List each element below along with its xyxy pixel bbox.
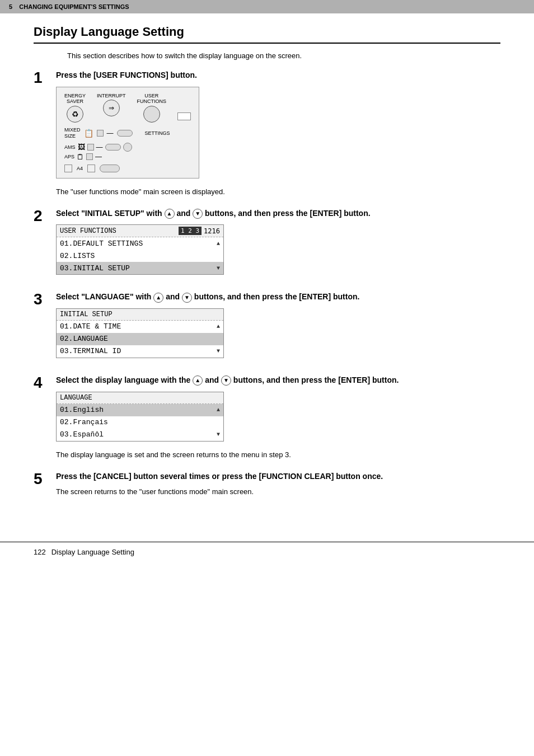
a4-label: A4: [77, 166, 83, 171]
intro-text: This section describes how to switch the…: [67, 51, 500, 60]
step-5-content: Press the [CANCEL] button several times …: [56, 471, 500, 496]
panel-top-row: ENERGYSAVER ♻ INTERRUPT ⇒ USERFUNCTIONS: [64, 93, 191, 123]
step-1: 1 Press the [USER FUNCTIONS] button. ENE…: [34, 70, 500, 196]
bottom-sq2: [87, 165, 95, 172]
step-3-number: 3: [34, 292, 56, 307]
screen-2-badge: 1 2 3: [179, 227, 202, 235]
screen-4-row-2: 02.Français: [57, 416, 223, 429]
footer-title: Display Language Setting: [51, 548, 134, 556]
step-5-number: 5: [34, 471, 56, 487]
bottom-row-panel: A4: [64, 165, 191, 172]
screen-4-row-3: 03.Españôl ▼: [57, 429, 223, 441]
screen-3-row-1: 01.DATE & TIME ▲: [57, 321, 223, 333]
aps-sq: [86, 153, 93, 160]
page-title: Display Language Setting: [34, 25, 500, 44]
chapter-number: 5: [9, 3, 12, 10]
user-functions-label: USERFUNCTIONS: [137, 93, 167, 105]
step-2-number: 2: [34, 208, 56, 224]
mixed-rect: [117, 130, 133, 137]
ams-rect: [105, 144, 121, 151]
screen-2-row-3: 03.INITIAL SETUP ▼: [57, 262, 223, 274]
mixed-size-icon: 📋: [84, 129, 93, 138]
interrupt-label: INTERRUPT: [97, 93, 126, 99]
step-5-note: The screen returns to the "user function…: [56, 487, 500, 496]
step-3: 3 Select "LANGUAGE" with ▲ and ▼ buttons…: [34, 292, 500, 363]
step-4: 4 Select the display language with the ▲…: [34, 375, 500, 459]
step-4-title: Select the display language with the ▲ a…: [56, 375, 500, 386]
screen-4-header: LANGUAGE: [57, 392, 223, 404]
down-arrow-icon-2: ▼: [193, 209, 203, 219]
mini-display: [177, 112, 191, 120]
screen-2-row-2: 02.LISTS: [57, 250, 223, 262]
up-arrow-icon-4: ▲: [193, 375, 203, 386]
step-5-title: Press the [CANCEL] button several times …: [56, 471, 500, 482]
step-3-title: Select "LANGUAGE" with ▲ and ▼ buttons, …: [56, 292, 500, 303]
screen-4-row-1: 01.English ▲: [57, 404, 223, 416]
step-2-title: Select "INITIAL SETUP" with ▲ and ▼ butt…: [56, 208, 500, 219]
step-1-number: 1: [34, 70, 56, 86]
step-2-content: Select "INITIAL SETUP" with ▲ and ▼ butt…: [56, 208, 500, 280]
ams-row: AMS 🖼 —: [64, 143, 191, 152]
scroll-down-4: ▼: [217, 431, 220, 438]
scroll-up-3: ▲: [217, 323, 220, 330]
energy-saver-btn[interactable]: ♻: [67, 106, 83, 123]
page-number: 122: [34, 548, 46, 556]
step-2-screen: USER FUNCTIONS 1 2 3 1216 01.DEFAULT SET…: [56, 224, 224, 275]
ams-aps-section: AMS 🖼 — APS 🗒 —: [64, 143, 191, 161]
screen-2-header: USER FUNCTIONS 1 2 3 1216: [57, 225, 223, 237]
step-3-screen: INITIAL SETUP 01.DATE & TIME ▲ 02.LANGUA…: [56, 308, 224, 358]
step-4-screen: LANGUAGE 01.English ▲ 02.Français 03.Esp…: [56, 392, 224, 442]
up-arrow-icon-3: ▲: [153, 293, 163, 303]
page-content: Display Language Setting This section de…: [0, 13, 534, 530]
step-4-note: The display language is set and the scre…: [56, 450, 500, 459]
down-arrow-icon-3: ▼: [182, 293, 192, 303]
step-3-content: Select "LANGUAGE" with ▲ and ▼ buttons, …: [56, 292, 500, 363]
user-functions-btn[interactable]: [143, 106, 160, 123]
aps-row: APS 🗒 —: [64, 153, 191, 161]
screen-4-title: LANGUAGE: [60, 394, 220, 402]
step-1-title: Press the [USER FUNCTIONS] button.: [56, 70, 500, 81]
step-1-content: Press the [USER FUNCTIONS] button. ENERG…: [56, 70, 500, 196]
step-5: 5 Press the [CANCEL] button several time…: [34, 471, 500, 496]
screen-2-page: 1216: [204, 227, 220, 235]
control-panel: ENERGYSAVER ♻ INTERRUPT ⇒ USERFUNCTIONS: [56, 87, 199, 179]
interrupt-btn[interactable]: ⇒: [103, 100, 120, 116]
interrupt-col: INTERRUPT ⇒: [97, 93, 126, 123]
user-functions-col: USERFUNCTIONS: [137, 93, 167, 123]
screen-3-header: INITIAL SETUP: [57, 309, 223, 321]
scroll-down-3: ▼: [217, 348, 220, 354]
screen-3-row-2: 02.LANGUAGE: [57, 333, 223, 345]
scroll-up-4: ▲: [217, 407, 220, 413]
scroll-up-2: ▲: [217, 241, 220, 247]
bottom-curved: [100, 165, 120, 172]
step-4-content: Select the display language with the ▲ a…: [56, 375, 500, 459]
chapter-title: CHANGING EQUIPMENT'S SETTINGS: [19, 3, 129, 10]
up-arrow-icon-2: ▲: [165, 209, 175, 219]
step-4-number: 4: [34, 375, 56, 391]
step-2: 2 Select "INITIAL SETUP" with ▲ and ▼ bu…: [34, 208, 500, 280]
ams-sq: [87, 144, 94, 151]
mixed-sq1: [97, 130, 104, 137]
screen-2-row-1: 01.DEFAULT SETTINGS ▲: [57, 237, 223, 250]
down-arrow-icon-4: ▼: [221, 375, 231, 386]
scroll-down-2: ▼: [217, 265, 220, 271]
energy-saver-col: ENERGYSAVER ♻: [64, 93, 86, 123]
settings-circle[interactable]: [123, 143, 132, 152]
step-1-note: The "user functions mode" main screen is…: [56, 187, 500, 196]
page-footer: 122 Display Language Setting: [0, 542, 534, 562]
energy-saver-label: ENERGYSAVER: [64, 93, 86, 105]
screen-3-title: INITIAL SETUP: [60, 311, 220, 318]
chapter-header: 5 CHANGING EQUIPMENT'S SETTINGS: [0, 0, 534, 13]
bottom-sq1: [64, 165, 72, 172]
screen-3-row-3: 03.TERMINAL ID ▼: [57, 345, 223, 358]
screen-2-title: USER FUNCTIONS: [60, 227, 176, 235]
